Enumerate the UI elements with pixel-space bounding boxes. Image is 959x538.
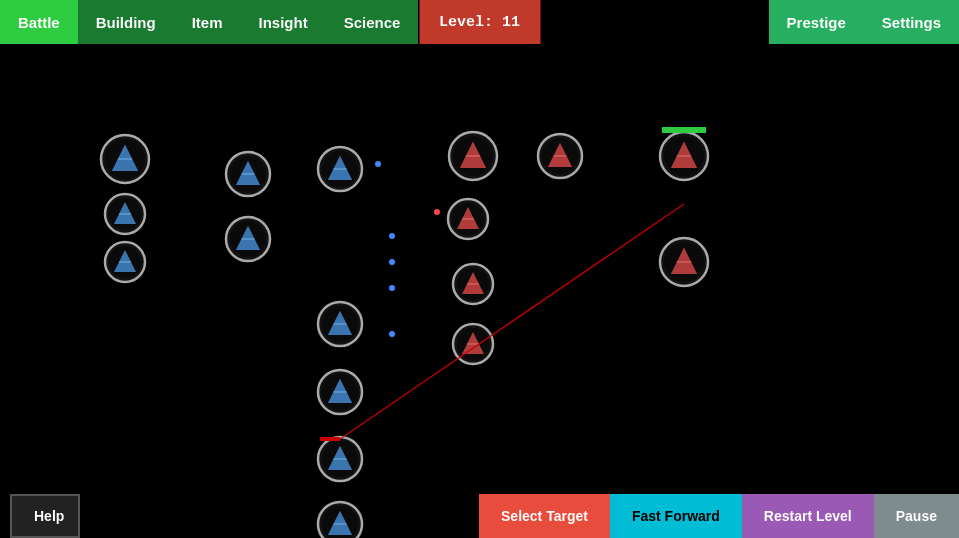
svg-point-12 xyxy=(226,152,270,196)
svg-marker-2 xyxy=(112,145,138,171)
svg-point-21 xyxy=(322,151,358,187)
svg-point-76 xyxy=(434,209,440,215)
svg-point-45 xyxy=(452,203,484,235)
svg-point-60 xyxy=(660,132,708,180)
select-target-button[interactable]: Select Target xyxy=(479,494,610,538)
battle-area xyxy=(0,44,959,538)
svg-point-56 xyxy=(538,134,582,178)
tab-building[interactable]: Building xyxy=(78,0,174,44)
svg-marker-66 xyxy=(671,248,697,274)
svg-point-4 xyxy=(105,194,145,234)
svg-point-44 xyxy=(448,199,488,239)
level-display: Level: 11 xyxy=(419,0,540,44)
svg-marker-14 xyxy=(236,161,260,185)
pause-button[interactable]: Pause xyxy=(874,494,959,538)
svg-rect-69 xyxy=(320,437,340,441)
svg-point-8 xyxy=(105,242,145,282)
svg-marker-26 xyxy=(328,311,352,335)
bottom-bar: Help Select Target Fast Forward Restart … xyxy=(0,494,959,538)
svg-point-71 xyxy=(375,161,381,167)
prestige-button[interactable]: Prestige xyxy=(769,0,864,44)
svg-point-49 xyxy=(457,268,489,300)
svg-point-1 xyxy=(105,139,145,179)
svg-point-29 xyxy=(322,374,358,410)
svg-marker-18 xyxy=(236,226,260,250)
tab-insight[interactable]: Insight xyxy=(241,0,326,44)
svg-point-33 xyxy=(322,441,358,477)
svg-marker-6 xyxy=(114,202,136,224)
svg-marker-58 xyxy=(548,143,572,167)
help-button[interactable]: Help xyxy=(10,494,80,538)
svg-point-57 xyxy=(542,138,578,174)
svg-point-0 xyxy=(101,135,149,183)
svg-marker-62 xyxy=(671,142,697,168)
svg-point-65 xyxy=(664,242,704,282)
svg-point-32 xyxy=(318,437,362,481)
svg-marker-10 xyxy=(114,250,136,272)
tab-battle[interactable]: Battle xyxy=(0,0,78,44)
svg-point-48 xyxy=(453,264,493,304)
svg-point-5 xyxy=(109,198,141,230)
svg-point-75 xyxy=(389,331,395,337)
svg-marker-50 xyxy=(462,272,484,294)
svg-point-40 xyxy=(449,132,497,180)
svg-point-64 xyxy=(660,238,708,286)
svg-point-17 xyxy=(230,221,266,257)
tab-science[interactable]: Science xyxy=(326,0,419,44)
svg-point-25 xyxy=(322,306,358,342)
svg-point-16 xyxy=(226,217,270,261)
svg-point-72 xyxy=(389,233,395,239)
svg-point-73 xyxy=(389,259,395,265)
svg-point-61 xyxy=(664,136,704,176)
svg-marker-34 xyxy=(328,446,352,470)
svg-point-13 xyxy=(230,156,266,192)
svg-marker-42 xyxy=(460,142,486,168)
svg-point-53 xyxy=(457,328,489,360)
battle-canvas xyxy=(0,44,959,538)
tab-item[interactable]: Item xyxy=(174,0,241,44)
svg-line-70 xyxy=(340,204,684,439)
svg-marker-46 xyxy=(457,207,479,229)
svg-point-52 xyxy=(453,324,493,364)
settings-button[interactable]: Settings xyxy=(864,0,959,44)
svg-marker-54 xyxy=(462,332,484,354)
svg-point-24 xyxy=(318,302,362,346)
svg-marker-30 xyxy=(328,379,352,403)
top-navigation: Battle Building Item Insight Science Lev… xyxy=(0,0,959,44)
svg-point-74 xyxy=(389,285,395,291)
fast-forward-button[interactable]: Fast Forward xyxy=(610,494,742,538)
svg-point-20 xyxy=(318,147,362,191)
svg-rect-68 xyxy=(662,127,706,133)
restart-level-button[interactable]: Restart Level xyxy=(742,494,874,538)
svg-point-28 xyxy=(318,370,362,414)
svg-point-41 xyxy=(453,136,493,176)
svg-point-9 xyxy=(109,246,141,278)
svg-marker-22 xyxy=(328,156,352,180)
